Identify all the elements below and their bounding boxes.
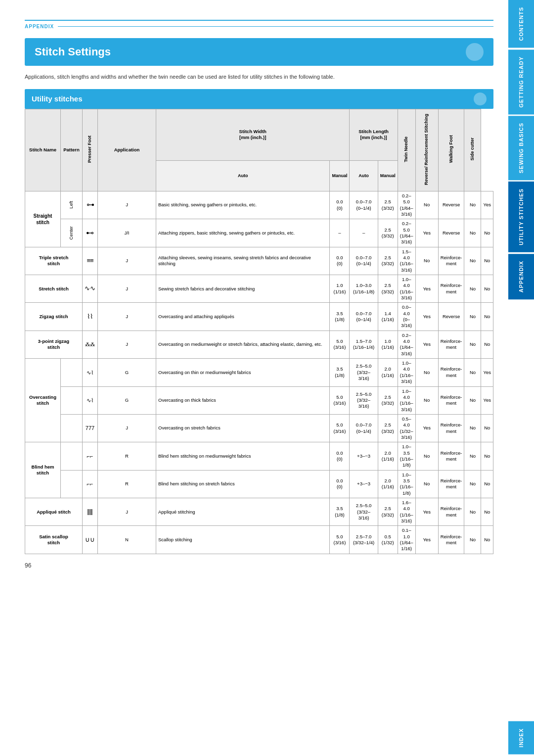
sw-auto-zigzag: 3.5(1/8) <box>330 303 350 331</box>
table-row: Center ⊷ J/I Attaching zippers, basic st… <box>25 219 493 247</box>
presser-over1: G <box>98 359 156 386</box>
twin-satin: Yes <box>415 526 438 554</box>
walking-foot-header: Walking Foot <box>447 132 455 166</box>
presser-satin: N <box>98 526 156 554</box>
appendix-bar: APPENDIX <box>25 20 493 33</box>
sw-manual-over3: 0.0–7.0(0–1/4) <box>350 414 378 442</box>
intro-text: Applications, stitch lengths and widths … <box>25 73 493 81</box>
sub-label-over2 <box>61 386 83 414</box>
table-row: Triple stretchstitch ≡≡ J Attaching slee… <box>25 247 493 275</box>
sl-manual-over1: 1.0–4.0(1/16–3/16) <box>398 359 415 386</box>
presser-straight-left: J <box>98 191 156 219</box>
twin-triple: No <box>415 247 438 275</box>
presser-foot-header: Presser Foot <box>86 133 94 166</box>
sl-auto-zigzag: 1.4(1/16) <box>378 303 398 331</box>
sidebar-tab-sewing-basics[interactable]: SEWING BASICS <box>508 116 534 180</box>
walk-3pt-zigzag: No <box>464 331 481 358</box>
sl-manual-triple: 1.5–4.0(1/16–3/16) <box>398 247 415 275</box>
sl-auto-blind1: 2.0(1/16) <box>378 442 398 470</box>
sidebar-tab-contents[interactable]: CONTENTS <box>508 0 534 48</box>
side-cutter-header: Side cutter <box>469 135 477 164</box>
app-over1: Overcasting on thin or mediumweight fabr… <box>156 359 330 386</box>
sl-manual-satin: 0.1–1.0(1/64–1/16) <box>398 526 415 554</box>
sl-manual-stretch: 1.0–4.0(1/16–3/16) <box>398 275 415 303</box>
rev-applique: Reinforce-ment <box>438 498 464 526</box>
sl-auto-over3: 2.5(3/32) <box>378 414 398 442</box>
app-blind2: Blind hem stitching on stretch fabrics <box>156 470 330 498</box>
side-blind2: No <box>481 470 493 498</box>
col-twin-needle: Twin Needle <box>398 109 415 191</box>
sl-auto-straight-left: 2.5(3/32) <box>378 191 398 219</box>
pattern-over1: ∿⌇ <box>83 359 98 386</box>
presser-straight-center: J/I <box>98 219 156 247</box>
sw-manual-blind2: +3–−3 <box>350 470 378 498</box>
sidebar-tab-utility-stitches[interactable]: UTILITY STITCHES <box>508 182 534 252</box>
twin-over1: No <box>415 359 438 386</box>
side-triple: No <box>481 247 493 275</box>
stitch-name-zigzag: Zigzag stitch <box>25 303 83 331</box>
app-over3: Overcasting on stretch fabrics <box>156 414 330 442</box>
col-walking-foot: Walking Foot <box>438 109 464 191</box>
presser-stretch: J <box>98 275 156 303</box>
rev-over1: Reinforce-ment <box>438 359 464 386</box>
sl-auto-straight-center: 2.5(3/32) <box>378 219 398 247</box>
presser-blind2: R <box>98 470 156 498</box>
pattern-blind1: ⌐⌐ <box>83 442 98 470</box>
app-straight-left: Basic stitching, sewing gathers or pintu… <box>156 191 330 219</box>
sidebar-tab-index[interactable]: INDEX <box>508 721 534 755</box>
sw-manual-applique: 2.5–5.0(3/32–3/16) <box>350 498 378 526</box>
page-container: APPENDIX Stitch Settings Applications, s… <box>0 0 534 756</box>
sw-auto-over3: 5.0(3/16) <box>330 414 350 442</box>
sl-manual-applique: 1.6–4.0(1/16–3/16) <box>398 498 415 526</box>
col-sw-auto: Auto <box>156 161 330 191</box>
stitch-name-stretch: Stretch stitch <box>25 275 83 303</box>
walk-blind2: No <box>464 470 481 498</box>
side-3pt-zigzag: No <box>481 331 493 358</box>
sub-label-left: Left <box>61 191 83 219</box>
sw-manual-stretch: 1.0–3.0(1/16–1/8) <box>350 275 378 303</box>
col-stitch-width: Stitch Width[mm (inch.)] <box>156 109 350 161</box>
sw-auto-straight-left: 0.0(0) <box>330 191 350 219</box>
sl-manual-blind1: 1.0–3.5(1/16–1/8) <box>398 442 415 470</box>
side-stretch: No <box>481 275 493 303</box>
presser-3pt-zigzag: J <box>98 331 156 358</box>
stitch-name-3pt-zigzag: 3-point zigzagstitch <box>25 331 83 358</box>
twin-3pt-zigzag: Yes <box>415 331 438 358</box>
app-3pt-zigzag: Overcasting on mediumweight or stretch f… <box>156 331 330 358</box>
sw-auto-stretch: 1.0(1/16) <box>330 275 350 303</box>
sidebar-tab-getting-ready[interactable]: GETTING READY <box>508 49 534 114</box>
side-over3: No <box>481 414 493 442</box>
app-applique: Appliqué stitching <box>156 498 330 526</box>
pattern-applique: ||| <box>83 498 98 526</box>
walk-blind1: No <box>464 442 481 470</box>
twin-needle-header: Twin Needle <box>402 134 410 165</box>
col-stitch-name: Stitch Name <box>25 109 61 191</box>
sub-label-blind2 <box>61 470 83 498</box>
sl-auto-satin: 0.5(1/32) <box>378 526 398 554</box>
page-title-box: Stitch Settings <box>25 38 493 66</box>
twin-straight-left: No <box>415 191 438 219</box>
table-row: 777 J Overcasting on stretch fabrics 5.0… <box>25 414 493 442</box>
pattern-satin: ∪∪ <box>83 526 98 554</box>
pattern-straight-left: ⊶ <box>83 191 98 219</box>
col-side-cutter: Side cutter <box>464 109 481 191</box>
sub-label-blind1 <box>61 442 83 470</box>
sl-auto-triple: 2.5(3/32) <box>378 247 398 275</box>
sw-manual-over1: 2.5–5.0(3/32–3/16) <box>350 359 378 386</box>
sidebar-tab-label-index: INDEX <box>518 728 524 748</box>
sw-auto-triple: 0.0(0) <box>330 247 350 275</box>
twin-zigzag: Yes <box>415 303 438 331</box>
sidebar-tab-appendix[interactable]: APPENDIX <box>508 254 534 299</box>
stitch-name-blind-hem: Blind hem stitch <box>25 442 61 498</box>
walk-straight-left: No <box>464 191 481 219</box>
col-sw-manual: Manual <box>330 161 350 191</box>
sw-auto-over2: 5.0(3/16) <box>330 386 350 414</box>
twin-straight-center: Yes <box>415 219 438 247</box>
side-satin: No <box>481 526 493 554</box>
side-straight-left: Yes <box>481 191 493 219</box>
side-over1: Yes <box>481 359 493 386</box>
twin-blind1: No <box>415 442 438 470</box>
walk-straight-center: No <box>464 219 481 247</box>
sw-manual-straight-left: 0.0–7.0(0–1/4) <box>350 191 378 219</box>
section-circle <box>474 93 487 105</box>
